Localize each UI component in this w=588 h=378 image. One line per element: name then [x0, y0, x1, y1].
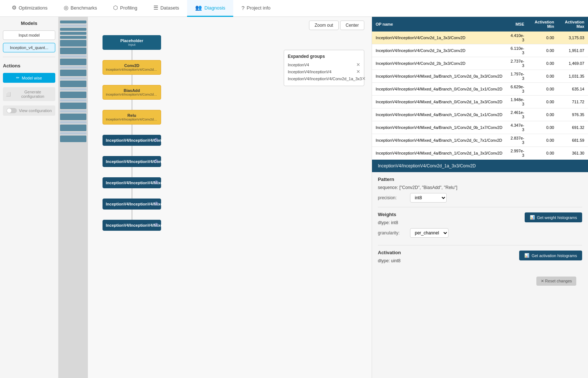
- expanded-groups-title: Expanded groups: [288, 54, 360, 59]
- table-row[interactable]: InceptionV4/InceptionV4/Mixed_4a/Branch_…: [372, 134, 588, 147]
- table-row[interactable]: InceptionV4/InceptionV4/Mixed_4a/Branch_…: [372, 147, 588, 160]
- table-row[interactable]: InceptionV4/InceptionV4/Conv2d_2a_3x3/Co…: [372, 44, 588, 57]
- center-button[interactable]: Center: [340, 21, 364, 30]
- zoom-out-button[interactable]: Zoom out: [309, 21, 339, 30]
- generate-icon: ⬜: [6, 92, 11, 97]
- weights-dtype-row: dtype: int8: [378, 220, 449, 225]
- connector-7: [132, 210, 132, 220]
- view-config-button[interactable]: View configuration: [3, 105, 55, 116]
- activation-title: Activation: [378, 250, 401, 255]
- connector-1: [132, 75, 132, 85]
- inception-v4-model-button[interactable]: Inception_v4_quant...: [3, 43, 55, 52]
- plus-icon-3[interactable]: ⊕: [154, 200, 159, 206]
- cell-act-max: 1,951.07: [558, 44, 588, 57]
- actions-title: Actions: [3, 63, 55, 68]
- models-title: Models: [3, 21, 55, 26]
- nav-project-info[interactable]: ? Project info: [233, 0, 278, 17]
- table-row[interactable]: InceptionV4/InceptionV4/Mixed_4a/Branch_…: [372, 96, 588, 108]
- model-wise-button[interactable]: ✏ Model wise: [3, 73, 55, 83]
- eg-close-2[interactable]: ✕: [362, 76, 366, 81]
- section-divider-2: [378, 245, 582, 245]
- plus-icon-2[interactable]: ⊕: [154, 179, 159, 185]
- cell-act-min: 0.00: [528, 83, 558, 96]
- table-row[interactable]: InceptionV4/InceptionV4/Mixed_4a/Branch_…: [372, 121, 588, 134]
- nav-diagnosis[interactable]: 👥 Diagnosis: [187, 0, 233, 17]
- get-weight-histograms-button[interactable]: 📊 Get weight histograms: [525, 212, 582, 222]
- node-conv2d[interactable]: Conv2D InceptionV4/InceptionV4/Conv2d_1a…: [103, 60, 161, 75]
- nav-optimizations-label: Optimizations: [19, 5, 48, 11]
- cell-mse: 2.837e-3: [506, 134, 528, 147]
- table-row[interactable]: InceptionV4/InceptionV4/Conv2d_1a_3x3/Co…: [372, 32, 588, 44]
- cell-act-min: 0.00: [528, 44, 558, 57]
- generate-config-button[interactable]: ⬜ Generate configuration: [3, 87, 55, 101]
- connector-5: [132, 167, 132, 177]
- node-group-0[interactable]: ⊕ InceptionV4/InceptionV4/Conv: [103, 135, 161, 146]
- cell-mse: 4.347e-3: [506, 121, 528, 134]
- table-row[interactable]: InceptionV4/InceptionV4/Mixed_3a/Branch_…: [372, 70, 588, 83]
- cell-act-max: 711.72: [558, 96, 588, 108]
- connector-2: [132, 100, 132, 110]
- node-biasadd[interactable]: BiasAdd InceptionV4/InceptionV4/Conv2d_1…: [103, 85, 161, 100]
- cell-mse: 2.737e-3: [506, 57, 528, 70]
- nav-optimizations[interactable]: ⚙ Optimizations: [4, 0, 56, 17]
- chart-icon-2: 📊: [524, 253, 529, 258]
- input-model-button[interactable]: Input model: [3, 30, 55, 40]
- cell-mse: 2.997e-3: [506, 147, 528, 160]
- table-body: InceptionV4/InceptionV4/Conv2d_1a_3x3/Co…: [372, 32, 588, 160]
- cell-op-name: InceptionV4/InceptionV4/Conv2d_2a_3x3/Co…: [372, 44, 506, 57]
- nav-profiling[interactable]: ⬡ Profiling: [105, 0, 145, 17]
- table-row[interactable]: InceptionV4/InceptionV4/Mixed_4a/Branch_…: [372, 108, 588, 121]
- cell-op-name: InceptionV4/InceptionV4/Mixed_4a/Branch_…: [372, 108, 506, 121]
- weights-info: Weights dtype: int8 granularity: per_cha…: [378, 212, 449, 241]
- cell-op-name: InceptionV4/InceptionV4/Mixed_4a/Branch_…: [372, 147, 506, 160]
- graph-toolbar: Zoom out Center: [309, 21, 364, 30]
- weights-section-row: Weights dtype: int8 granularity: per_cha…: [378, 212, 582, 241]
- profiling-icon: ⬡: [113, 4, 118, 11]
- cell-mse: 6.629e-3: [506, 83, 528, 96]
- plus-icon-4[interactable]: ⊕: [154, 222, 159, 227]
- project-info-icon: ?: [241, 5, 244, 11]
- cell-act-max: 681.59: [558, 134, 588, 147]
- top-nav: ⚙ Optimizations ◎ Benchmarks ⬡ Profiling…: [0, 0, 588, 17]
- graph-nodes: Placeholder Input Conv2D InceptionV4/Inc…: [103, 35, 161, 231]
- eg-close-0[interactable]: ✕: [356, 62, 360, 67]
- nav-datasets[interactable]: ☰ Datasets: [145, 0, 187, 17]
- table-row[interactable]: InceptionV4/InceptionV4/Mixed_4a/Branch_…: [372, 83, 588, 96]
- diagnosis-icon: 👥: [195, 4, 202, 11]
- cell-act-max: 691.32: [558, 121, 588, 134]
- precision-select[interactable]: int8 float16 float32: [410, 193, 447, 203]
- sidebar-divider: [3, 57, 55, 57]
- eg-item-2: InceptionV4/InceptionV4/Conv2d_1a_3x3 ✕: [288, 75, 360, 82]
- cell-mse: 4.410e-3: [506, 32, 528, 44]
- granularity-select[interactable]: per_channel per_tensor: [410, 228, 449, 238]
- graph-canvas: Zoom out Center Expanded groups Inceptio…: [88, 17, 372, 378]
- col-op-name: OP name: [372, 17, 506, 32]
- minimap: [59, 17, 88, 378]
- pattern-sequence-value: sequence: ["Conv2D", "BiasAdd", "Relu"]: [378, 185, 457, 190]
- node-placeholder[interactable]: Placeholder Input: [103, 35, 161, 50]
- cell-act-min: 0.00: [528, 147, 558, 160]
- eg-item-0: InceptionV4 ✕: [288, 61, 360, 68]
- activation-section-row: Activation dtype: uint8 📊 Get activation…: [378, 250, 582, 266]
- cell-act-min: 0.00: [528, 134, 558, 147]
- granularity-label: granularity:: [378, 230, 407, 236]
- plus-icon-1[interactable]: ⊕: [154, 158, 159, 164]
- table-row[interactable]: InceptionV4/InceptionV4/Conv2d_2b_3x3/Co…: [372, 57, 588, 70]
- cell-op-name: InceptionV4/InceptionV4/Conv2d_1a_3x3/Co…: [372, 32, 506, 44]
- node-relu[interactable]: Relu InceptionV4/InceptionV4/Conv2d_1a_3…: [103, 110, 161, 125]
- pencil-icon: ✏: [16, 75, 19, 80]
- weights-title: Weights: [378, 212, 449, 217]
- chart-icon: 📊: [530, 215, 535, 220]
- cell-mse: 2.461e-3: [506, 108, 528, 121]
- node-group-4[interactable]: ⊕ InceptionV4/InceptionV4/Mixe: [103, 220, 161, 231]
- cell-act-min: 0.00: [528, 96, 558, 108]
- plus-icon-0[interactable]: ⊕: [154, 137, 159, 142]
- nav-benchmarks[interactable]: ◎ Benchmarks: [56, 0, 105, 17]
- get-activation-histograms-button[interactable]: 📊 Get activation histograms: [519, 251, 582, 260]
- node-group-1[interactable]: ⊕ InceptionV4/InceptionV4/Conv: [103, 156, 161, 167]
- reset-changes-button[interactable]: ✕ Reset changes: [536, 277, 576, 286]
- node-group-2[interactable]: ⊕ InceptionV4/InceptionV4/Mixe: [103, 177, 161, 188]
- eg-close-1[interactable]: ✕: [356, 69, 360, 74]
- op-table-container[interactable]: OP name MSE Activation Min Activation Ma…: [372, 17, 588, 160]
- node-group-3[interactable]: ⊕ InceptionV4/InceptionV4/Mixe: [103, 199, 161, 210]
